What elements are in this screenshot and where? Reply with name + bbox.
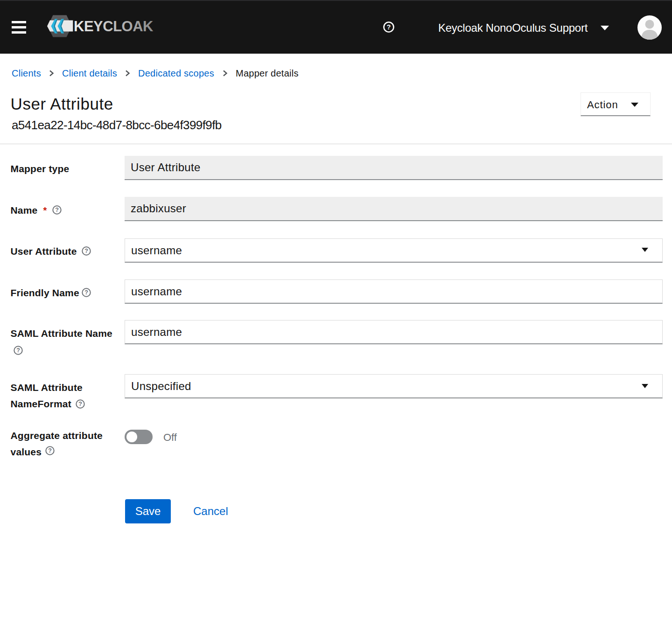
svg-text:?: ? (84, 289, 88, 296)
svg-text:?: ? (84, 248, 88, 254)
svg-text:?: ? (48, 447, 52, 454)
svg-text:?: ? (16, 347, 20, 354)
svg-text:?: ? (78, 401, 82, 407)
svg-text:KEYCLOAK: KEYCLOAK (74, 18, 154, 35)
svg-text:?: ? (387, 23, 391, 31)
svg-text:?: ? (55, 207, 59, 213)
